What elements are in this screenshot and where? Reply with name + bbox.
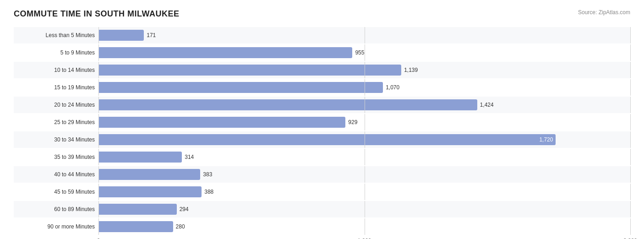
bar-track: 929 (98, 114, 630, 130)
bar-row: 5 to 9 Minutes955 (14, 44, 630, 61)
bar-fill: 1,070 (98, 82, 383, 93)
bar-value-label: 1,424 (480, 102, 494, 108)
grid-line (98, 62, 99, 78)
grid-line (98, 27, 99, 43)
bar-row: 35 to 39 Minutes314 (14, 149, 630, 165)
bar-fill: 171 (98, 30, 144, 41)
bar-track: 1,424 (98, 97, 630, 113)
bar-track: 294 (98, 201, 630, 217)
grid-line (630, 44, 631, 61)
grid-line (365, 97, 365, 113)
bar-fill: 388 (98, 186, 202, 197)
bar-fill: 1,720 (98, 134, 556, 145)
bar-fill: 955 (98, 47, 352, 58)
chart-source: Source: ZipAtlas.com (578, 9, 630, 16)
bar-value-label: 1,720 (539, 136, 553, 143)
bar-label: 15 to 19 Minutes (14, 84, 98, 91)
bar-label: 20 to 24 Minutes (14, 102, 98, 108)
bar-track: 314 (98, 149, 630, 165)
grid-line (98, 149, 99, 165)
bar-label: 45 to 59 Minutes (14, 189, 98, 195)
bar-fill: 280 (98, 221, 173, 232)
grid-line (365, 62, 365, 78)
grid-line (365, 184, 365, 200)
grid-line (630, 79, 631, 96)
bar-track: 955 (98, 44, 630, 61)
grid-line (98, 114, 99, 130)
bar-row: Less than 5 Minutes171 (14, 27, 630, 43)
grid-line (630, 27, 631, 43)
bar-fill: 383 (98, 169, 200, 180)
bar-row: 25 to 29 Minutes929 (14, 114, 630, 130)
bar-label: 90 or more Minutes (14, 223, 98, 230)
grid-line (630, 62, 631, 78)
grid-line (98, 44, 99, 61)
bar-row: 10 to 14 Minutes1,139 (14, 62, 630, 78)
bar-track: 1,070 (98, 79, 630, 96)
bar-row: 60 to 89 Minutes294 (14, 201, 630, 217)
bar-label: 5 to 9 Minutes (14, 49, 98, 56)
bar-row: 90 or more Minutes280 (14, 218, 630, 235)
bar-value-label: 383 (203, 171, 212, 178)
grid-line (630, 149, 631, 165)
chart-title: COMMUTE TIME IN SOUTH MILWAUKEE (14, 9, 180, 19)
grid-line (630, 131, 631, 148)
grid-line (630, 114, 631, 130)
grid-line (98, 184, 99, 200)
bar-fill: 929 (98, 117, 345, 128)
grid-line (365, 27, 365, 43)
chart-area: Less than 5 Minutes1715 to 9 Minutes9551… (14, 27, 630, 239)
bar-track: 171 (98, 27, 630, 43)
bar-label: 25 to 29 Minutes (14, 119, 98, 125)
grid-line (630, 218, 631, 235)
grid-line (98, 131, 99, 148)
x-axis: 01,0002,000 (14, 237, 630, 239)
bar-label: 10 to 14 Minutes (14, 67, 98, 73)
bar-label: Less than 5 Minutes (14, 32, 98, 38)
bar-fill: 1,424 (98, 99, 477, 110)
grid-line (98, 201, 99, 217)
bar-value-label: 314 (185, 154, 194, 160)
bar-fill: 1,139 (98, 65, 401, 76)
grid-line (365, 166, 365, 183)
bar-row: 30 to 34 Minutes1,720 (14, 131, 630, 148)
bar-fill: 314 (98, 152, 182, 163)
grid-line (365, 218, 365, 235)
grid-line (365, 79, 365, 96)
bar-label: 60 to 89 Minutes (14, 206, 98, 212)
bar-track: 1,139 (98, 62, 630, 78)
bar-row: 45 to 59 Minutes388 (14, 184, 630, 200)
bar-value-label: 1,070 (386, 84, 399, 91)
grid-line (365, 131, 365, 148)
bar-value-label: 388 (204, 189, 213, 195)
bar-label: 30 to 34 Minutes (14, 136, 98, 143)
bar-row: 40 to 44 Minutes383 (14, 166, 630, 183)
grid-line (98, 166, 99, 183)
bar-label: 40 to 44 Minutes (14, 171, 98, 178)
chart-header: COMMUTE TIME IN SOUTH MILWAUKEE Source: … (14, 9, 630, 19)
grid-line (365, 149, 365, 165)
bar-value-label: 955 (355, 49, 364, 56)
grid-line (630, 166, 631, 183)
grid-line (98, 218, 99, 235)
bar-label: 35 to 39 Minutes (14, 154, 98, 160)
grid-line (365, 201, 365, 217)
bar-value-label: 1,139 (404, 67, 418, 73)
grid-line (630, 97, 631, 113)
bar-value-label: 929 (348, 119, 357, 125)
grid-line (630, 184, 631, 200)
bars-container: Less than 5 Minutes1715 to 9 Minutes9551… (14, 27, 630, 235)
bar-track: 388 (98, 184, 630, 200)
bar-track: 383 (98, 166, 630, 183)
grid-line (98, 97, 99, 113)
bar-value-label: 294 (180, 206, 189, 212)
bar-fill: 294 (98, 204, 177, 215)
grid-line (365, 114, 365, 130)
bar-track: 1,720 (98, 131, 630, 148)
bar-row: 15 to 19 Minutes1,070 (14, 79, 630, 96)
bar-value-label: 171 (147, 32, 156, 38)
grid-line (365, 44, 365, 61)
bar-row: 20 to 24 Minutes1,424 (14, 97, 630, 113)
bar-track: 280 (98, 218, 630, 235)
bar-value-label: 280 (176, 223, 185, 230)
